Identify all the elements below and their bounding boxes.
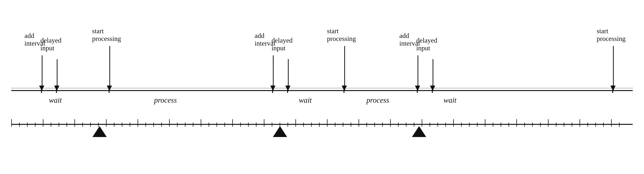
tick-mark — [43, 119, 44, 127]
tick-mark — [216, 123, 217, 127]
tick-mark — [106, 119, 106, 127]
segment-wait-2: wait — [299, 96, 312, 105]
tick-mark — [177, 123, 178, 127]
tick-mark — [343, 123, 343, 127]
diagram-container: addinterval delayedinput startprocessing… — [0, 0, 644, 174]
tick-mark — [59, 123, 59, 127]
tick-mark — [208, 123, 209, 127]
tick-mark — [351, 123, 351, 127]
tick-mark — [580, 119, 580, 127]
tick-mark — [66, 123, 67, 127]
tick-mark — [264, 119, 264, 127]
arrow-stem-3 — [109, 46, 110, 90]
tick-mark — [500, 123, 501, 127]
tick-mark — [114, 123, 114, 127]
tick-mark — [240, 123, 241, 127]
arrow-stem-6 — [344, 46, 345, 90]
main-timeline — [11, 90, 633, 91]
dotted-line — [11, 88, 633, 88]
tick-mark — [406, 123, 406, 127]
tick-mark — [438, 123, 438, 127]
tick-mark — [445, 123, 446, 127]
up-triangle-3 — [412, 126, 426, 137]
line-tick-6 — [344, 85, 344, 93]
tick-mark — [288, 123, 288, 127]
tick-mark — [430, 123, 430, 127]
tick-mark — [90, 123, 91, 127]
tick-mark — [153, 123, 154, 127]
tick-mark — [319, 123, 320, 127]
tick-mark — [193, 123, 193, 127]
tick-mark — [358, 119, 359, 127]
tick-mark — [161, 123, 162, 127]
tick-mark — [595, 123, 596, 127]
tick-mark — [74, 119, 75, 127]
label-start-processing-1: startprocessing — [92, 27, 139, 43]
line-tick-7 — [417, 85, 418, 93]
tick-mark — [232, 119, 233, 127]
line-tick-1 — [41, 85, 42, 93]
ticks-row — [11, 116, 633, 127]
tick-mark — [19, 123, 20, 127]
tick-mark — [603, 123, 604, 127]
line-tick-3 — [108, 85, 110, 93]
tick-mark — [296, 119, 296, 127]
tick-mark — [169, 119, 170, 127]
tick-mark — [548, 119, 548, 127]
tick-mark — [366, 123, 367, 127]
tick-mark — [398, 123, 398, 127]
segment-wait-3: wait — [444, 96, 456, 105]
tick-mark — [619, 123, 620, 127]
tick-mark — [508, 123, 509, 127]
label-delayed-input-1: delayedinput — [40, 37, 78, 52]
tick-mark — [374, 123, 375, 127]
tick-mark — [335, 123, 336, 127]
tick-mark — [11, 119, 12, 127]
tick-mark — [524, 123, 525, 127]
up-triangle-2 — [273, 126, 287, 137]
tick-mark — [146, 123, 146, 127]
tick-mark — [130, 123, 130, 127]
tick-mark — [588, 123, 588, 127]
tick-mark — [469, 123, 470, 127]
segment-process-1: process — [154, 96, 177, 105]
tick-mark — [390, 119, 391, 127]
tick-mark — [248, 123, 248, 127]
tick-mark — [422, 119, 422, 127]
line-tick-2 — [56, 85, 57, 93]
line-tick-4 — [272, 85, 273, 93]
tick-mark — [540, 123, 541, 127]
tick-mark — [311, 123, 312, 127]
tick-mark — [27, 123, 28, 127]
tick-mark — [138, 119, 138, 127]
segment-process-2: process — [366, 96, 389, 105]
tick-mark — [122, 123, 122, 127]
label-start-processing-2: startprocessing — [327, 27, 374, 43]
tick-mark — [382, 123, 383, 127]
tick-mark — [224, 123, 225, 127]
label-delayed-input-3: delayedinput — [416, 37, 454, 52]
tick-mark — [303, 123, 304, 127]
tick-mark — [201, 119, 201, 127]
tick-mark — [185, 123, 186, 127]
tick-mark — [572, 123, 572, 127]
line-tick-8 — [432, 85, 433, 93]
arrow-stem-4 — [273, 55, 274, 90]
up-triangle-1 — [92, 126, 107, 137]
tick-mark — [516, 119, 517, 127]
tick-mark — [453, 119, 454, 127]
tick-mark — [82, 123, 83, 127]
tick-mark — [532, 123, 533, 127]
label-start-processing-4: startprocessing — [597, 27, 644, 43]
label-delayed-input-2: delayedinput — [272, 37, 309, 52]
tick-mark — [272, 123, 272, 127]
tick-mark — [611, 119, 612, 127]
tick-mark — [461, 123, 462, 127]
tick-mark — [51, 123, 51, 127]
tick-mark — [327, 119, 328, 127]
arrow-stem-7 — [418, 55, 418, 90]
line-tick-5 — [287, 85, 288, 93]
tick-mark — [477, 123, 478, 127]
segment-wait-1: wait — [49, 96, 62, 105]
arrow-stem-1 — [42, 55, 42, 90]
